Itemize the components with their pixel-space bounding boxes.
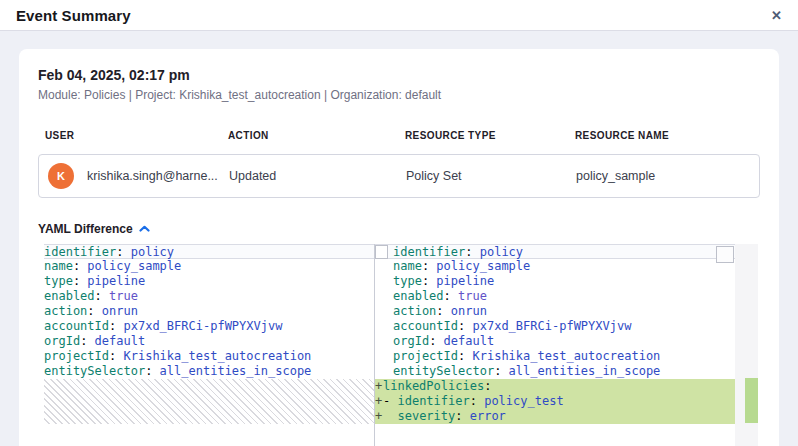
yaml-line: projectId: Krishika_test_autocreation bbox=[375, 349, 735, 364]
right-scrollbar-thumb[interactable] bbox=[716, 246, 734, 263]
diff-empty-chunk-hatch bbox=[44, 379, 374, 424]
diff-right-lines: identifier: policyname: policy_sampletyp… bbox=[375, 244, 735, 379]
audit-table-row: K krishika.singh@harne... Updated Policy… bbox=[38, 154, 760, 198]
yaml-line: name: policy_sample bbox=[44, 259, 374, 274]
diff-left-lines: identifier: policyname: policy_sampletyp… bbox=[44, 244, 374, 379]
yaml-line: accountId: px7xd_BFRCi-pfWPYXVjvw bbox=[375, 319, 735, 334]
yaml-line: orgId: default bbox=[44, 334, 374, 349]
added-chunk-marker bbox=[745, 378, 758, 423]
chevron-up-icon bbox=[139, 222, 150, 236]
event-summary-modal: Event Summary ✕ Feb 04, 2025, 02:17 pm M… bbox=[0, 0, 798, 446]
left-scrollbar-thumb[interactable] bbox=[375, 245, 388, 259]
yaml-difference-toggle[interactable]: YAML Difference bbox=[38, 221, 150, 236]
user-email: krishika.singh@harne... bbox=[87, 169, 218, 183]
yaml-line: type: pipeline bbox=[44, 274, 374, 289]
yaml-line: type: pipeline bbox=[375, 274, 735, 289]
diff-overview-scrollbar[interactable] bbox=[735, 244, 758, 446]
user-avatar: K bbox=[48, 163, 74, 189]
yaml-line: entitySelector: all_entities_in_scope bbox=[375, 364, 735, 379]
event-card: Feb 04, 2025, 02:17 pm Module: Policies … bbox=[19, 49, 779, 446]
event-meta: Module: Policies | Project: Krishika_tes… bbox=[38, 88, 760, 102]
event-timestamp: Feb 04, 2025, 02:17 pm bbox=[38, 67, 760, 83]
yaml-line: action: onrun bbox=[44, 304, 374, 319]
yaml-line: action: onrun bbox=[375, 304, 735, 319]
yaml-added-line: +- identifier: policy_test bbox=[375, 394, 735, 409]
yaml-line: identifier: policy bbox=[44, 244, 374, 259]
close-icon[interactable]: ✕ bbox=[771, 9, 782, 22]
yaml-added-line: + severity: error bbox=[375, 409, 735, 424]
modal-title: Event Summary bbox=[16, 7, 131, 24]
column-header: ACTION bbox=[228, 130, 405, 141]
modal-body: Feb 04, 2025, 02:17 pm Module: Policies … bbox=[0, 31, 798, 446]
user-cell: K krishika.singh@harne... bbox=[39, 163, 229, 189]
yaml-line: orgId: default bbox=[375, 334, 735, 349]
yaml-line: projectId: Krishika_test_autocreation bbox=[44, 349, 374, 364]
yaml-line: entitySelector: all_entities_in_scope bbox=[44, 364, 374, 379]
resource-name-cell: policy_sample bbox=[576, 169, 759, 183]
diff-left-editor[interactable]: identifier: policyname: policy_sampletyp… bbox=[38, 244, 374, 446]
column-header: RESOURCE NAME bbox=[575, 130, 760, 141]
yaml-line: name: policy_sample bbox=[375, 259, 735, 274]
yaml-difference-label: YAML Difference bbox=[38, 222, 133, 236]
yaml-line: enabled: true bbox=[375, 289, 735, 304]
modal-header: Event Summary ✕ bbox=[0, 0, 798, 31]
action-cell: Updated bbox=[229, 169, 406, 183]
yaml-line: enabled: true bbox=[44, 289, 374, 304]
diff-added-lines: +linkedPolicies:+- identifier: policy_te… bbox=[375, 379, 735, 424]
diff-right-editor[interactable]: identifier: policyname: policy_sampletyp… bbox=[375, 244, 735, 446]
column-header: USER bbox=[45, 130, 228, 141]
yaml-line: accountId: px7xd_BFRCi-pfWPYXVjvw bbox=[44, 319, 374, 334]
yaml-added-line: +linkedPolicies: bbox=[375, 379, 735, 394]
yaml-line: identifier: policy bbox=[375, 244, 735, 259]
yaml-diff-view: identifier: policyname: policy_sampletyp… bbox=[38, 244, 760, 446]
column-header: RESOURCE TYPE bbox=[405, 130, 575, 141]
resource-type-cell: Policy Set bbox=[406, 169, 576, 183]
table-header-row: USERACTIONRESOURCE TYPERESOURCE NAME bbox=[38, 130, 760, 141]
